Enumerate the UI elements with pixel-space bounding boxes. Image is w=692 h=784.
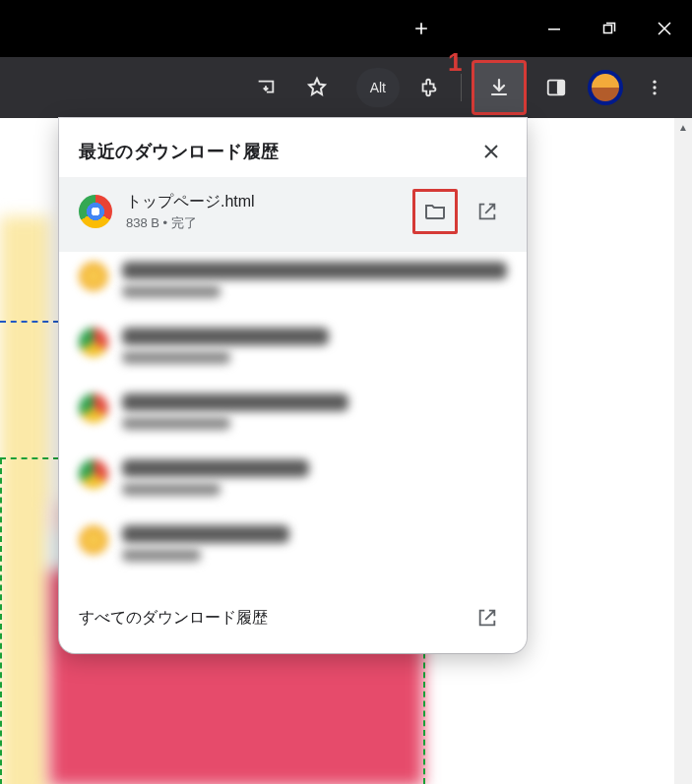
download-item-blurred — [59, 318, 527, 384]
download-item[interactable]: トップページ.html 838 B • 完了 — [59, 177, 527, 252]
new-tab-button[interactable] — [315, 19, 527, 38]
open-external-button[interactable] — [468, 192, 507, 231]
cast-button[interactable] — [244, 66, 287, 109]
toolbar-separator — [461, 74, 462, 101]
avatar-icon — [592, 74, 619, 101]
maximize-icon — [602, 22, 616, 35]
bookmark-button[interactable] — [295, 66, 339, 109]
chrome-icon — [79, 195, 112, 228]
profile-avatar[interactable] — [588, 70, 623, 105]
svg-rect-1 — [604, 26, 612, 33]
folder-icon — [423, 200, 447, 223]
window-titlebar — [0, 0, 692, 57]
download-filename: トップページ.html — [126, 192, 399, 212]
close-icon — [482, 143, 500, 160]
download-icon — [487, 76, 511, 99]
background-blur — [0, 216, 49, 784]
download-item-blurred — [59, 515, 527, 581]
sidepanel-button[interactable] — [535, 66, 578, 109]
download-meta: 838 B • 完了 — [126, 214, 399, 232]
extensions-button[interactable] — [408, 66, 451, 109]
kebab-icon — [645, 78, 664, 97]
svg-point-4 — [653, 81, 656, 84]
file-icon — [79, 262, 108, 291]
vertical-scrollbar[interactable]: ▲ — [674, 118, 692, 784]
minimize-icon — [547, 22, 561, 35]
download-item-blurred — [59, 450, 527, 515]
open-external-icon — [476, 607, 498, 629]
sidepanel-icon — [545, 77, 567, 98]
download-text: トップページ.html 838 B • 完了 — [126, 192, 399, 232]
file-icon — [79, 328, 108, 357]
open-external-icon — [476, 201, 498, 222]
download-item-blurred — [59, 252, 527, 318]
open-downloads-page-button[interactable] — [468, 598, 507, 637]
file-icon — [79, 525, 108, 555]
file-icon — [79, 393, 108, 423]
page-content: ▲ 2 最近のダウンロード履歴 トップページ.html 838 B • 完了 — [0, 118, 692, 784]
svg-rect-3 — [557, 81, 564, 95]
show-in-folder-button[interactable] — [412, 189, 458, 234]
cast-icon — [255, 77, 277, 98]
alt-label: Alt — [370, 80, 386, 95]
svg-point-5 — [653, 86, 656, 89]
svg-point-6 — [653, 91, 656, 94]
popup-header: 最近のダウンロード履歴 — [59, 118, 527, 177]
scroll-up-icon: ▲ — [674, 118, 692, 136]
close-icon — [657, 21, 672, 36]
plus-icon — [411, 19, 431, 38]
downloads-button[interactable] — [472, 60, 527, 115]
menu-button[interactable] — [633, 66, 676, 109]
alt-pill[interactable]: Alt — [356, 68, 400, 107]
browser-toolbar: 1 Alt — [0, 57, 692, 118]
popup-footer[interactable]: すべてのダウンロード履歴 — [59, 581, 527, 653]
dashed-guide — [0, 457, 59, 459]
puzzle-icon — [418, 77, 440, 98]
dashed-guide — [0, 458, 4, 784]
popup-close-button[interactable] — [475, 136, 507, 167]
popup-title: 最近のダウンロード履歴 — [79, 140, 475, 163]
file-icon — [79, 459, 108, 489]
dashed-guide — [0, 321, 59, 323]
star-icon — [305, 76, 329, 99]
downloads-popup: 2 最近のダウンロード履歴 トップページ.html 838 B • 完了 — [59, 118, 527, 653]
svg-rect-0 — [548, 29, 560, 30]
close-window-button[interactable] — [637, 0, 692, 57]
callout-1: 1 — [448, 47, 462, 78]
minimize-button[interactable] — [527, 0, 582, 57]
maximize-button[interactable] — [582, 0, 637, 57]
download-item-blurred — [59, 384, 527, 450]
footer-label: すべてのダウンロード履歴 — [79, 608, 468, 629]
